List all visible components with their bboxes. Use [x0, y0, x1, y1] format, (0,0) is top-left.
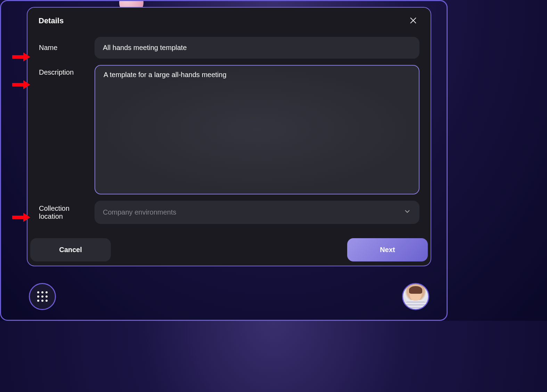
- annotation-arrow-icon: [11, 212, 31, 223]
- modal-title: Details: [39, 16, 64, 25]
- name-row: Name: [30, 37, 419, 59]
- name-label: Name: [30, 44, 95, 52]
- description-textarea[interactable]: [95, 66, 419, 192]
- modal-body: Name Description Collection location Com…: [27, 33, 431, 235]
- next-button[interactable]: Next: [347, 238, 428, 261]
- cancel-button[interactable]: Cancel: [30, 238, 111, 261]
- avatar-button[interactable]: [402, 283, 429, 310]
- annotation-arrow-icon: [11, 52, 31, 62]
- description-label: Description: [30, 65, 95, 76]
- avatar-icon: [403, 284, 428, 309]
- annotation-arrow-icon: [11, 80, 31, 90]
- grid-dots-icon: [37, 291, 48, 302]
- details-modal: Details Name Description Collection l: [27, 7, 431, 266]
- modal-footer: Cancel Next: [27, 235, 431, 266]
- collection-location-select[interactable]: Company environments: [95, 201, 419, 224]
- collection-location-row: Collection location Company environments: [30, 201, 419, 224]
- chevron-down-icon: [403, 208, 411, 217]
- modal-header: Details: [27, 8, 431, 33]
- collection-location-label: Collection location: [30, 205, 95, 220]
- close-button[interactable]: [407, 15, 419, 27]
- name-input[interactable]: [95, 37, 419, 59]
- app-launcher-button[interactable]: [29, 283, 56, 310]
- close-icon: [409, 17, 417, 25]
- collection-location-value: Company environments: [103, 208, 176, 216]
- description-row: Description: [30, 65, 419, 194]
